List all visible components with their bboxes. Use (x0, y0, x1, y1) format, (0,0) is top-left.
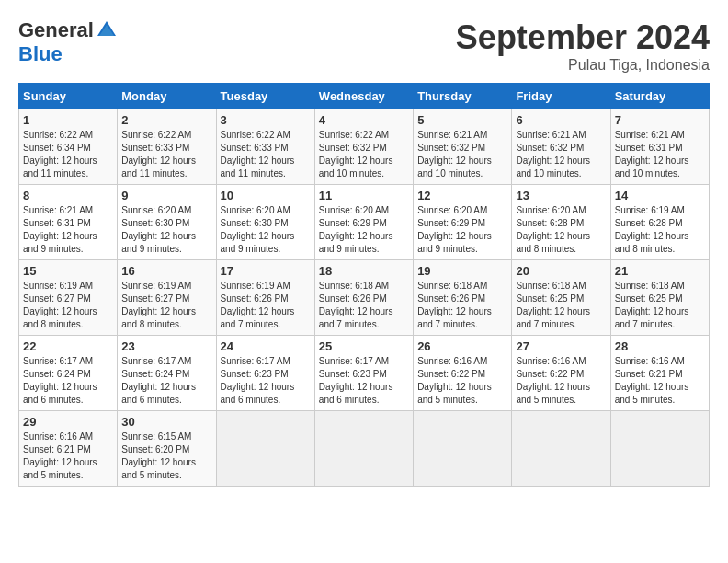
sunset-label: Sunset: 6:27 PM (121, 293, 189, 304)
day-info: Sunrise: 6:21 AM Sunset: 6:31 PM Dayligh… (23, 204, 113, 256)
day-info: Sunrise: 6:16 AM Sunset: 6:22 PM Dayligh… (417, 355, 507, 407)
daylight-label: Daylight: 12 hours and 5 minutes. (23, 457, 97, 480)
day-number: 25 (319, 339, 409, 353)
sunrise-label: Sunrise: 6:18 AM (615, 281, 685, 291)
sunrise-label: Sunrise: 6:22 AM (221, 130, 290, 140)
sunrise-label: Sunrise: 6:20 AM (516, 205, 586, 215)
daylight-label: Daylight: 12 hours and 6 minutes. (221, 382, 295, 405)
daylight-label: Daylight: 12 hours and 5 minutes. (121, 457, 196, 480)
daylight-label: Daylight: 12 hours and 6 minutes. (121, 382, 196, 405)
day-number: 29 (23, 415, 113, 429)
day-info: Sunrise: 6:20 AM Sunset: 6:29 PM Dayligh… (319, 204, 409, 256)
day-info: Sunrise: 6:20 AM Sunset: 6:30 PM Dayligh… (221, 204, 311, 256)
daylight-label: Daylight: 12 hours and 6 minutes. (319, 382, 393, 405)
day-number: 22 (23, 339, 113, 353)
day-number: 11 (319, 189, 409, 202)
daylight-label: Daylight: 12 hours and 7 minutes. (516, 306, 590, 329)
daylight-label: Daylight: 12 hours and 7 minutes. (615, 306, 689, 329)
day-number: 5 (417, 113, 507, 127)
sunset-label: Sunset: 6:24 PM (23, 369, 91, 379)
sunrise-label: Sunrise: 6:18 AM (319, 281, 389, 291)
sunset-label: Sunset: 6:33 PM (121, 143, 189, 153)
day-number: 14 (615, 189, 705, 202)
sunset-label: Sunset: 6:20 PM (121, 444, 189, 454)
logo-icon (96, 19, 118, 41)
daylight-label: Daylight: 12 hours and 8 minutes. (615, 231, 689, 254)
daylight-label: Daylight: 12 hours and 7 minutes. (221, 306, 295, 329)
sunrise-label: Sunrise: 6:20 AM (221, 205, 290, 215)
day-info: Sunrise: 6:16 AM Sunset: 6:21 PM Dayligh… (615, 355, 705, 407)
daylight-label: Daylight: 12 hours and 7 minutes. (417, 306, 492, 329)
day-number: 1 (23, 113, 113, 127)
daylight-label: Daylight: 12 hours and 5 minutes. (516, 382, 590, 405)
day-number: 12 (417, 189, 507, 202)
sunset-label: Sunset: 6:27 PM (23, 293, 91, 304)
sunset-label: Sunset: 6:24 PM (121, 369, 189, 379)
day-info: Sunrise: 6:22 AM Sunset: 6:33 PM Dayligh… (221, 129, 311, 180)
sunset-label: Sunset: 6:25 PM (615, 293, 683, 304)
calendar-cell: 14 Sunrise: 6:19 AM Sunset: 6:28 PM Dayl… (610, 185, 709, 260)
sunrise-label: Sunrise: 6:17 AM (121, 356, 191, 366)
day-number: 18 (319, 264, 409, 278)
calendar-cell: 5 Sunrise: 6:21 AM Sunset: 6:32 PM Dayli… (414, 109, 512, 185)
day-number: 15 (23, 264, 113, 278)
sunrise-label: Sunrise: 6:22 AM (23, 130, 93, 140)
header-friday: Friday (512, 84, 610, 109)
sunrise-label: Sunrise: 6:16 AM (417, 356, 487, 366)
calendar-cell: 30 Sunrise: 6:15 AM Sunset: 6:20 PM Dayl… (118, 411, 216, 487)
sunrise-label: Sunrise: 6:15 AM (121, 431, 191, 442)
sunset-label: Sunset: 6:29 PM (417, 218, 485, 228)
day-info: Sunrise: 6:21 AM Sunset: 6:32 PM Dayligh… (417, 129, 507, 180)
day-info: Sunrise: 6:21 AM Sunset: 6:31 PM Dayligh… (615, 129, 705, 180)
sunrise-label: Sunrise: 6:20 AM (417, 205, 487, 215)
day-number: 6 (516, 113, 606, 127)
sunset-label: Sunset: 6:30 PM (221, 218, 289, 228)
sunrise-label: Sunrise: 6:16 AM (23, 431, 93, 442)
sunset-label: Sunset: 6:22 PM (516, 369, 584, 379)
header-monday: Monday (118, 84, 216, 109)
calendar-week-2: 8 Sunrise: 6:21 AM Sunset: 6:31 PM Dayli… (19, 185, 710, 260)
calendar-cell: 6 Sunrise: 6:21 AM Sunset: 6:32 PM Dayli… (512, 109, 610, 185)
sunset-label: Sunset: 6:32 PM (516, 143, 584, 153)
calendar-week-3: 15 Sunrise: 6:19 AM Sunset: 6:27 PM Dayl… (19, 260, 710, 336)
daylight-label: Daylight: 12 hours and 8 minutes. (516, 231, 590, 254)
day-info: Sunrise: 6:21 AM Sunset: 6:32 PM Dayligh… (516, 129, 606, 180)
day-number: 28 (615, 339, 705, 353)
day-info: Sunrise: 6:22 AM Sunset: 6:34 PM Dayligh… (23, 129, 113, 180)
sunset-label: Sunset: 6:30 PM (121, 218, 189, 228)
sunrise-label: Sunrise: 6:21 AM (516, 130, 586, 140)
daylight-label: Daylight: 12 hours and 9 minutes. (121, 231, 196, 254)
daylight-label: Daylight: 12 hours and 5 minutes. (615, 382, 689, 405)
day-number: 23 (121, 339, 211, 353)
calendar-cell: 18 Sunrise: 6:18 AM Sunset: 6:26 PM Dayl… (314, 260, 413, 336)
day-number: 2 (121, 113, 211, 127)
sunset-label: Sunset: 6:26 PM (319, 293, 387, 304)
header-sunday: Sunday (19, 84, 118, 109)
day-info: Sunrise: 6:19 AM Sunset: 6:27 PM Dayligh… (121, 280, 211, 331)
sunrise-label: Sunrise: 6:20 AM (319, 205, 389, 215)
sunset-label: Sunset: 6:33 PM (221, 143, 289, 153)
daylight-label: Daylight: 12 hours and 10 minutes. (615, 155, 689, 178)
calendar-cell: 3 Sunrise: 6:22 AM Sunset: 6:33 PM Dayli… (216, 109, 314, 185)
sunset-label: Sunset: 6:29 PM (319, 218, 387, 228)
day-info: Sunrise: 6:17 AM Sunset: 6:23 PM Dayligh… (319, 355, 409, 407)
day-number: 10 (221, 189, 311, 202)
daylight-label: Daylight: 12 hours and 8 minutes. (121, 306, 196, 329)
sunrise-label: Sunrise: 6:20 AM (121, 205, 191, 215)
calendar-cell: 25 Sunrise: 6:17 AM Sunset: 6:23 PM Dayl… (314, 336, 413, 411)
sunrise-label: Sunrise: 6:21 AM (417, 130, 487, 140)
day-number: 9 (121, 189, 211, 202)
sunset-label: Sunset: 6:32 PM (319, 143, 387, 153)
sunset-label: Sunset: 6:28 PM (516, 218, 584, 228)
sunrise-label: Sunrise: 6:19 AM (221, 281, 290, 291)
day-number: 30 (121, 415, 211, 429)
day-info: Sunrise: 6:16 AM Sunset: 6:21 PM Dayligh… (23, 431, 113, 482)
sunrise-label: Sunrise: 6:17 AM (319, 356, 389, 366)
day-info: Sunrise: 6:22 AM Sunset: 6:33 PM Dayligh… (121, 129, 211, 180)
day-info: Sunrise: 6:22 AM Sunset: 6:32 PM Dayligh… (319, 129, 409, 180)
sunset-label: Sunset: 6:21 PM (23, 444, 91, 454)
calendar-cell: 2 Sunrise: 6:22 AM Sunset: 6:33 PM Dayli… (118, 109, 216, 185)
month-title: September 2024 (456, 18, 710, 57)
day-number: 13 (516, 189, 606, 202)
day-info: Sunrise: 6:20 AM Sunset: 6:28 PM Dayligh… (516, 204, 606, 256)
